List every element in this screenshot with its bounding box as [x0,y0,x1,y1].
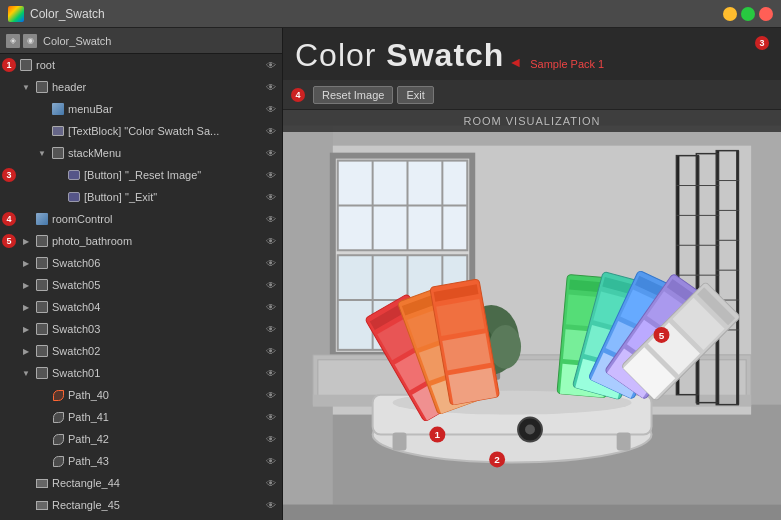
item-type-icon [35,300,49,314]
item-type-icon [35,278,49,292]
item-type-icon [35,344,49,358]
visibility-icon[interactable]: 👁 [263,453,279,469]
tree-item-label: Swatch06 [52,257,263,269]
tree-item-label: Path_42 [68,433,263,445]
tree-item-textblock[interactable]: [TextBlock] "Color Swatch Sa...👁 [0,120,282,142]
visibility-icon[interactable]: 👁 [263,497,279,513]
visibility-icon[interactable]: 👁 [263,101,279,117]
tree-item-menuBar[interactable]: menuBar👁 [0,98,282,120]
tree-item-label: photo_bathroom [52,235,263,247]
tree-item-Swatch06[interactable]: ▶Swatch06👁 [0,252,282,274]
visibility-icon[interactable]: 👁 [263,233,279,249]
layer-icon [52,103,64,115]
visibility-icon[interactable]: 👁 [263,409,279,425]
visibility-icon[interactable]: 👁 [263,145,279,161]
tree-item-btn-exit[interactable]: [Button] "_Exit"👁 [0,186,282,208]
maximize-button[interactable] [741,7,755,21]
tree-item-label: Path_41 [68,411,263,423]
visibility-icon[interactable]: 👁 [263,189,279,205]
toolbar-badge-4: 4 [291,88,305,102]
tree-item-btn-reset[interactable]: 3[Button] "_Reset Image"👁 [0,164,282,186]
window-controls [723,7,773,21]
tree-item-photo_bathroom[interactable]: 5▶photo_bathroom👁 [0,230,282,252]
visibility-icon[interactable]: 👁 [263,431,279,447]
tree-item-label: [Button] "_Exit" [84,191,263,203]
toolbar: 4 Reset Image Exit [283,80,781,110]
tree-item-Swatch04[interactable]: ▶Swatch04👁 [0,296,282,318]
tree-arrow[interactable]: ▼ [36,147,48,159]
tree-item-label: Swatch02 [52,345,263,357]
visibility-icon[interactable]: 👁 [263,365,279,381]
reset-image-button[interactable]: Reset Image [313,86,393,104]
tree-item-label: Rectangle_44 [52,477,263,489]
tree-arrow[interactable]: ▼ [20,81,32,93]
tree-arrow[interactable]: ▶ [20,301,32,313]
visibility-icon[interactable]: 👁 [263,255,279,271]
group-icon [36,81,48,93]
layer-tree[interactable]: 1▼root👁▼header👁menuBar👁[TextBlock] "Colo… [0,54,282,520]
svg-rect-3 [283,126,333,504]
tree-item-label: Swatch01 [52,367,263,379]
tree-arrow-placeholder [20,213,32,225]
app-title-bold: Swatch [386,37,504,73]
item-type-icon [67,168,81,182]
minimize-button[interactable] [723,7,737,21]
visibility-icon[interactable]: 👁 [263,343,279,359]
app-header: Color Swatch ◄ 3 Sample Pack 1 [283,28,781,80]
tree-arrow[interactable]: ▼ [20,367,32,379]
tree-item-Swatch01[interactable]: ▼Swatch01👁 [0,362,282,384]
tree-item-Rectangle_44[interactable]: Rectangle_44👁 [0,472,282,494]
item-type-icon [35,234,49,248]
group-icon [36,345,48,357]
tab-icons: ◈ ◉ [6,34,37,48]
tree-item-Path_43[interactable]: Path_43👁 [0,450,282,472]
tree-item-label: Swatch04 [52,301,263,313]
tree-item-Swatch02[interactable]: ▶Swatch02👁 [0,340,282,362]
visibility-icon[interactable]: 👁 [263,123,279,139]
tree-item-label: menuBar [68,103,263,115]
visibility-icon[interactable]: 👁 [263,475,279,491]
group-icon [36,279,48,291]
tree-arrow[interactable]: ▶ [20,323,32,335]
item-type-icon [35,498,49,512]
tree-item-header[interactable]: ▼header👁 [0,76,282,98]
tree-arrow[interactable]: ▶ [20,279,32,291]
tree-item-Rectangle_46[interactable]: Rectangle_46👁 [0,516,282,520]
document-tab[interactable]: ◈ ◉ Color_Swatch [0,28,282,54]
tree-item-Swatch03[interactable]: ▶Swatch03👁 [0,318,282,340]
tree-item-root[interactable]: 1▼root👁 [0,54,282,76]
tab-icon-2: ◉ [23,34,37,48]
tree-arrow[interactable]: ▶ [20,257,32,269]
tree-item-Rectangle_45[interactable]: Rectangle_45👁 [0,494,282,516]
tree-item-label: Path_43 [68,455,263,467]
button-icon [68,170,80,180]
tree-item-Swatch05[interactable]: ▶Swatch05👁 [0,274,282,296]
tree-item-stackMenu[interactable]: ▼stackMenu👁 [0,142,282,164]
visibility-icon[interactable]: 👁 [263,321,279,337]
tree-item-Path_41[interactable]: Path_41👁 [0,406,282,428]
visibility-icon[interactable]: 👁 [263,299,279,315]
tree-arrow[interactable]: ▶ [20,345,32,357]
tree-item-Path_42[interactable]: Path_42👁 [0,428,282,450]
visibility-icon[interactable]: 👁 [263,211,279,227]
group-icon [52,147,64,159]
visibility-icon[interactable]: 👁 [263,57,279,73]
tree-item-Path_40[interactable]: Path_40👁 [0,384,282,406]
visibility-icon[interactable]: 👁 [263,277,279,293]
text-block-icon [52,126,64,136]
close-button[interactable] [759,7,773,21]
visibility-icon[interactable]: 👁 [263,79,279,95]
exit-button[interactable]: Exit [397,86,433,104]
visibility-icon[interactable]: 👁 [263,167,279,183]
app-title-normal: Color [295,37,386,73]
group-icon [36,323,48,335]
tree-item-roomControl[interactable]: 4roomControl👁 [0,208,282,230]
group-icon [36,301,48,313]
app-icon [8,6,24,22]
room-scene-svg: 1 2 5 [283,110,781,520]
item-type-icon [51,388,65,402]
tree-item-label: Rectangle_45 [52,499,263,511]
visibility-icon[interactable]: 👁 [263,387,279,403]
app-title: Color Swatch [295,37,504,74]
tree-arrow[interactable]: ▶ [20,235,32,247]
